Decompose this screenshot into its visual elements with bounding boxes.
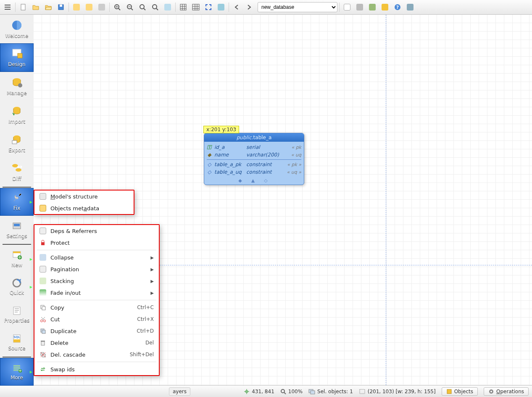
svg-point-5 bbox=[140, 5, 144, 9]
zoom-level[interactable]: 100% bbox=[280, 389, 303, 394]
expand-indicator-icon: ▶ bbox=[30, 257, 32, 261]
layers-button-partial[interactable]: ayers bbox=[169, 387, 190, 396]
table-box[interactable]: x:201 y:103 public.table_a ⚿ id_a serial… bbox=[204, 133, 304, 185]
new-file-icon[interactable] bbox=[17, 1, 29, 13]
sidebar-item-design[interactable]: Design bbox=[0, 43, 34, 72]
nav-prev-icon[interactable] bbox=[231, 1, 242, 13]
fullscreen-icon[interactable] bbox=[203, 1, 214, 13]
overview-icon[interactable] bbox=[162, 1, 174, 13]
constraint-suffix: « uq » bbox=[287, 169, 301, 175]
fix-icon bbox=[11, 193, 22, 204]
snap-icon[interactable] bbox=[215, 1, 227, 13]
svg-rect-42 bbox=[41, 341, 45, 345]
import-icon[interactable] bbox=[83, 1, 95, 13]
menu-shortcut: Ctrl+C bbox=[137, 304, 154, 310]
help-icon[interactable]: ? bbox=[392, 1, 403, 13]
sidebar-item-source[interactable]: SQL Source bbox=[0, 328, 34, 356]
menu-label: Deps & Referrers bbox=[50, 228, 154, 234]
objects-icon bbox=[446, 389, 452, 394]
menu-item-protect[interactable]: Protect bbox=[34, 237, 159, 249]
operations-icon bbox=[488, 389, 494, 394]
table-name: table_a bbox=[253, 135, 272, 140]
bookmark-icon[interactable] bbox=[341, 1, 353, 13]
zoom-reset-icon[interactable] bbox=[137, 1, 148, 13]
menu-label: Pagination bbox=[50, 266, 146, 273]
menu-item-objects-metadata[interactable]: Objects metadata bbox=[34, 202, 134, 214]
bug-icon[interactable] bbox=[366, 1, 378, 13]
nav-next-icon[interactable] bbox=[243, 1, 255, 13]
menu-item-swap-ids[interactable]: Swap ids bbox=[34, 363, 159, 375]
sidebar-item-welcome[interactable]: Welcome bbox=[0, 15, 34, 43]
fade-icon bbox=[40, 289, 46, 296]
menu-shortcut: Del bbox=[145, 340, 154, 346]
column-suffix: « uq bbox=[287, 152, 301, 158]
objects-button[interactable]: Objects bbox=[442, 387, 478, 396]
sidebar-label: Source bbox=[8, 345, 25, 351]
sidebar-item-more[interactable]: ▶ + More bbox=[0, 358, 34, 386]
zoom-in-icon[interactable] bbox=[111, 1, 123, 13]
grid-compact-icon[interactable] bbox=[177, 1, 189, 13]
save-icon[interactable] bbox=[55, 1, 67, 13]
grid-wide-icon[interactable] bbox=[190, 1, 202, 13]
sidebar-item-quick[interactable]: ▶ Quick bbox=[0, 273, 34, 301]
database-select[interactable]: new_database bbox=[258, 2, 337, 12]
selection-icon bbox=[308, 389, 315, 394]
sidebar-item-properties[interactable]: Properties bbox=[0, 301, 34, 328]
sidebar-item-import[interactable]: Import bbox=[0, 101, 34, 129]
column-row[interactable]: ◆ name varchar(200) « uq bbox=[207, 151, 301, 159]
menu-item-collapse[interactable]: Collapse ▶ bbox=[34, 251, 159, 263]
properties-icon bbox=[12, 306, 22, 316]
column-name: name bbox=[214, 152, 244, 158]
sidebar-item-diff[interactable]: ↔ Diff bbox=[0, 158, 34, 186]
constraint-type: constraint bbox=[246, 161, 284, 167]
menu-label: Del. cascade bbox=[50, 352, 126, 358]
constraint-row[interactable]: ◇ table_a_pk constraint « pk » bbox=[207, 161, 301, 168]
zoom-fit-icon[interactable] bbox=[149, 1, 161, 13]
menu-item-deps[interactable]: Deps & Referrers bbox=[34, 225, 159, 237]
menu-item-fade[interactable]: Fade in/out ▶ bbox=[34, 287, 159, 299]
toolbar-separator bbox=[339, 3, 340, 12]
constraint-row[interactable]: ◇ table_a_uq constraint « uq » bbox=[207, 168, 301, 176]
svg-rect-2 bbox=[60, 5, 62, 7]
sidebar-label: Manage bbox=[7, 90, 27, 96]
menu-icon[interactable] bbox=[2, 1, 13, 13]
database-selector[interactable]: new_database bbox=[258, 2, 337, 12]
plugin-icon[interactable] bbox=[354, 1, 366, 13]
menu-item-del-cascade[interactable]: Del. cascade Shift+Del bbox=[34, 349, 159, 360]
import-icon bbox=[11, 105, 23, 117]
menu-item-stacking[interactable]: Stacking ▶ bbox=[34, 275, 159, 287]
table-footer-handles[interactable]: ◆ ▲ ◇ bbox=[204, 177, 304, 185]
position-tooltip: x:201 y:103 bbox=[203, 126, 239, 133]
sidebar-label: Design bbox=[8, 61, 25, 67]
sidebar-item-settings[interactable]: Settings bbox=[0, 216, 34, 243]
cursor-position: 431, 841 bbox=[244, 389, 274, 394]
menu-item-copy[interactable]: Copy Ctrl+C bbox=[34, 302, 159, 313]
menu-item-delete[interactable]: Delete Del bbox=[34, 337, 159, 349]
menu-item-cut[interactable]: Cut Ctrl+X bbox=[34, 313, 159, 325]
menu-label: Swap ids bbox=[50, 366, 154, 373]
open-folder-icon[interactable] bbox=[30, 1, 42, 13]
submenu-arrow-icon: ▶ bbox=[150, 255, 154, 260]
donate-icon[interactable] bbox=[404, 1, 416, 13]
sidebar-item-manage[interactable]: Manage bbox=[0, 72, 34, 101]
svg-rect-13 bbox=[18, 53, 22, 58]
export-icon[interactable] bbox=[71, 1, 82, 13]
table-header[interactable]: public.table_a bbox=[204, 133, 304, 142]
zoom-out-icon[interactable] bbox=[124, 1, 136, 13]
servers-icon[interactable] bbox=[379, 1, 391, 13]
print-icon[interactable] bbox=[96, 1, 108, 13]
folder-open-icon[interactable] bbox=[42, 1, 54, 13]
sidebar-item-fix[interactable]: ▶ Fix bbox=[0, 188, 34, 216]
svg-point-47 bbox=[281, 389, 284, 393]
menu-item-pagination[interactable]: Pagination ▶ bbox=[34, 263, 159, 275]
operations-button[interactable]: Operations bbox=[484, 387, 529, 396]
svg-rect-50 bbox=[360, 389, 365, 394]
sidebar-item-new[interactable]: ▶ + New bbox=[0, 245, 34, 273]
metadata-icon bbox=[40, 205, 46, 212]
menu-item-model-structure[interactable]: Model's structure bbox=[34, 191, 134, 202]
menu-shortcut: Ctrl+D bbox=[137, 328, 154, 334]
column-row[interactable]: ⚿ id_a serial « pk bbox=[207, 143, 301, 151]
menu-label: Delete bbox=[50, 340, 141, 346]
sidebar-item-export[interactable]: Export bbox=[0, 129, 34, 158]
menu-item-duplicate[interactable]: Duplicate Ctrl+D bbox=[34, 325, 159, 337]
